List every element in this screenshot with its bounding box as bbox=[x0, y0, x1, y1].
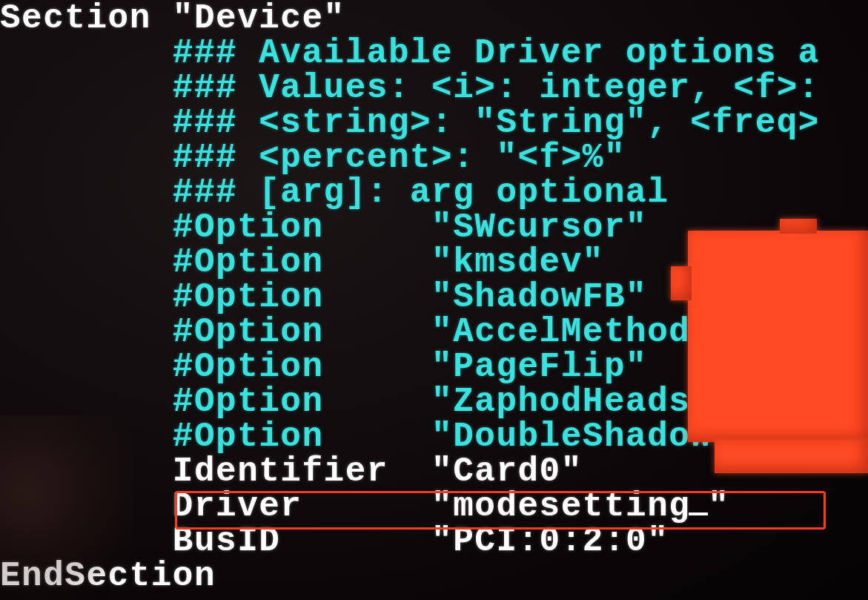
config-comment: ### Values: <i>: integer, <f>: bbox=[0, 71, 868, 106]
artifact-block bbox=[780, 219, 817, 234]
config-comment: ### Available Driver options a bbox=[0, 36, 868, 71]
terminal-screen[interactable]: Section "Device" ### Available Driver op… bbox=[0, 0, 868, 600]
driver-text: Driver "modesetting bbox=[0, 487, 690, 526]
config-comment: ### <percent>: "<f>%" bbox=[0, 141, 868, 176]
endsection-line: EndSection bbox=[0, 559, 868, 594]
config-comment: ### [arg]: arg optional bbox=[0, 176, 868, 211]
config-comment: ### <string>: "String", <freq> bbox=[0, 106, 868, 141]
artifact-block bbox=[715, 441, 868, 473]
text-cursor bbox=[689, 512, 708, 515]
config-line: Section "Device" bbox=[0, 1, 868, 36]
artifact-block bbox=[671, 266, 692, 300]
busid-line: BusID "PCI:0:2:0" bbox=[0, 524, 868, 559]
driver-close-quote: " bbox=[708, 487, 729, 526]
artifact-block bbox=[688, 231, 868, 442]
driver-line[interactable]: Driver "modesetting" bbox=[0, 489, 868, 524]
